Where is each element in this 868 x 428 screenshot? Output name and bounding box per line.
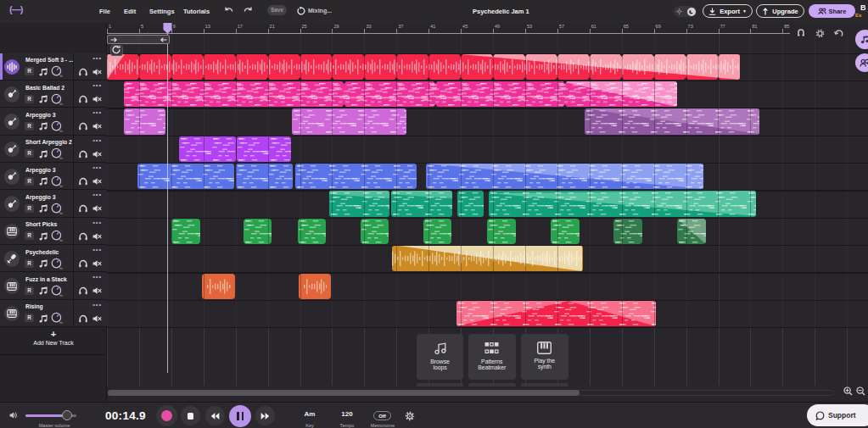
svg-text:Vol: Vol	[59, 266, 63, 269]
svg-text:Vol: Vol	[59, 157, 63, 159]
svg-text:Vol: Vol	[59, 129, 63, 131]
svg-text:Vol: Vol	[59, 211, 63, 214]
svg-text:Vol: Vol	[59, 293, 63, 296]
svg-text:Vol: Vol	[59, 321, 63, 324]
svg-text:Vol: Vol	[59, 75, 63, 77]
svg-text:Vol: Vol	[59, 239, 63, 242]
svg-text:Vol: Vol	[59, 102, 63, 104]
svg-text:Vol: Vol	[59, 184, 63, 186]
